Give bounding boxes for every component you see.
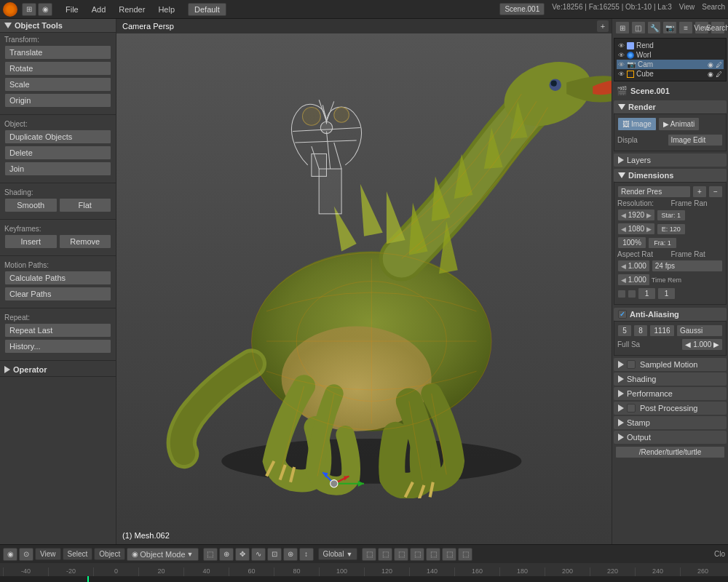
end-frame-field[interactable]: E: 120: [657, 223, 686, 235]
outliner-item-cube[interactable]: 👁 Cube ◉ 🖊: [617, 69, 724, 79]
smooth-btn[interactable]: Smooth: [4, 198, 58, 212]
search-btn[interactable]: Search: [702, 3, 725, 15]
menu-help[interactable]: Help: [152, 4, 181, 15]
display-dropdown[interactable]: Image Edit: [668, 134, 724, 146]
scale-btn[interactable]: Scale: [4, 77, 111, 92]
history-btn[interactable]: History...: [4, 339, 111, 354]
menu-file[interactable]: File: [60, 4, 84, 15]
fra-field[interactable]: Fra: 1: [648, 237, 677, 249]
vp-icon4[interactable]: ∿: [251, 548, 266, 561]
vp-icon7[interactable]: ↕: [299, 548, 314, 561]
shading-rsb-section[interactable]: Shading: [614, 372, 727, 386]
vp-icon1[interactable]: ⬚: [203, 548, 218, 561]
dimensions-header[interactable]: Dimensions: [614, 169, 727, 182]
clear-paths-btn[interactable]: Clear Paths: [4, 287, 111, 301]
checkbox1[interactable]: [617, 290, 626, 298]
frame-val1[interactable]: 1: [638, 287, 656, 300]
render-header[interactable]: Render: [614, 100, 727, 113]
flat-btn[interactable]: Flat: [59, 198, 112, 212]
aa-val2-field[interactable]: 8: [633, 324, 648, 337]
props-icon-btn[interactable]: 🔧: [647, 21, 662, 34]
view-btn[interactable]: View: [679, 3, 695, 15]
mv-icon6[interactable]: ⬚: [442, 548, 456, 561]
aa-val1[interactable]: 5: [617, 324, 632, 337]
layout-selector[interactable]: Default: [188, 3, 226, 16]
mode-selector[interactable]: ◉ Object Mode ▼: [127, 548, 198, 561]
pct-field[interactable]: 100%: [617, 236, 646, 249]
vp-icon2[interactable]: ⊕: [219, 548, 234, 561]
timeline-track[interactable]: [0, 576, 728, 582]
layers-icon: [618, 156, 624, 164]
join-btn[interactable]: Join: [4, 162, 111, 176]
checkbox2[interactable]: [628, 290, 636, 298]
statusbar-icon2[interactable]: ⊙: [19, 548, 33, 561]
outliner-item-world[interactable]: 👁 Worl: [617, 50, 724, 60]
aa-val3-field[interactable]: 1116: [649, 324, 675, 337]
aa-content: 5 8 1116 Gaussi Full Sa ◀ 1.000 ▶: [614, 321, 727, 356]
aa-filter-dropdown[interactable]: Gaussi: [676, 324, 723, 337]
vp-icon3[interactable]: ✥: [235, 548, 250, 561]
scene-selector[interactable]: Scene.001: [499, 3, 545, 15]
vp-icon6[interactable]: ⊛: [283, 548, 298, 561]
view-toggle-btn[interactable]: ⊞: [615, 21, 630, 34]
vp-icon5[interactable]: ⊡: [267, 548, 282, 561]
res-x-field[interactable]: ◀ 1920 ▶: [617, 209, 655, 221]
aa-checkbox[interactable]: [618, 310, 627, 319]
translate-btn[interactable]: Translate: [4, 45, 111, 60]
post-processing-checkbox[interactable]: [627, 404, 636, 412]
image-tab[interactable]: 🖼 Image: [617, 117, 657, 131]
anim-tab[interactable]: ▶ Animati: [658, 117, 700, 131]
output-path-field[interactable]: /Render/turtle/turtle: [615, 446, 725, 458]
remove-btn[interactable]: Remove: [59, 234, 112, 249]
menu-render[interactable]: Render: [113, 4, 151, 15]
mv-icon7[interactable]: ⬚: [458, 548, 472, 561]
more-icon-btn[interactable]: ≡: [678, 21, 693, 34]
aa-header[interactable]: Anti-Aliasing: [614, 308, 727, 321]
mv-icon4[interactable]: ⬚: [410, 548, 424, 561]
frame-val2[interactable]: 1: [657, 287, 676, 300]
origin-btn[interactable]: Origin: [4, 93, 111, 108]
sampled-motion-checkbox[interactable]: [627, 360, 636, 369]
fps-dropdown[interactable]: 24 fps: [652, 260, 723, 272]
mv-icon3[interactable]: ⬚: [394, 548, 408, 561]
post-processing-section[interactable]: Post Processing: [614, 402, 727, 415]
start-frame-field[interactable]: Star: 1: [657, 210, 686, 221]
user-prefs-btn[interactable]: ◉: [38, 3, 52, 16]
menu-add[interactable]: Add: [86, 4, 112, 15]
sampled-motion-section[interactable]: Sampled Motion: [614, 358, 727, 371]
res-y-field[interactable]: ◀ 1080 ▶: [617, 223, 655, 235]
preset-remove-btn[interactable]: −: [708, 186, 723, 198]
mv-icon1[interactable]: ⬚: [362, 548, 376, 561]
view-icon-btn[interactable]: ⊞: [22, 3, 36, 16]
view-statusbar-btn[interactable]: View: [35, 548, 61, 560]
outliner-item-camera[interactable]: 👁 📷 Cam ◉ 🖊: [617, 60, 724, 69]
rotate-btn[interactable]: Rotate: [4, 61, 111, 76]
output-section[interactable]: Output: [614, 431, 727, 444]
duplicate-btn[interactable]: Duplicate Objects: [4, 129, 111, 144]
statusbar-icon1[interactable]: ◉: [3, 548, 17, 561]
calculate-paths-btn[interactable]: Calculate Paths: [4, 271, 111, 285]
preset-dropdown[interactable]: Render Pres: [617, 186, 691, 198]
full-sa-field[interactable]: ◀ 1.000 ▶: [681, 338, 723, 351]
insert-btn[interactable]: Insert: [4, 234, 58, 249]
repeat-last-btn[interactable]: Repeat Last: [4, 323, 111, 338]
viewport[interactable]: Camera Persp +: [116, 19, 612, 544]
delete-btn[interactable]: Delete: [4, 146, 111, 160]
search-rsb-btn[interactable]: Search: [711, 21, 725, 34]
object-statusbar-btn[interactable]: Object: [94, 548, 125, 560]
viewport-corner-btn[interactable]: +: [597, 20, 609, 32]
layers-section[interactable]: Layers: [614, 154, 727, 167]
outliner-item-render[interactable]: 👁 Rend: [617, 41, 724, 50]
aspect-y-field[interactable]: ◀ 1.000: [617, 274, 650, 286]
mv-icon2[interactable]: ⬚: [378, 548, 392, 561]
stamp-section[interactable]: Stamp: [614, 416, 727, 429]
outliner-icon-btn[interactable]: ◫: [631, 21, 646, 34]
performance-section[interactable]: Performance: [614, 387, 727, 400]
aspect-x-field[interactable]: ◀ 1.000: [617, 260, 650, 272]
select-statusbar-btn[interactable]: Select: [63, 548, 93, 560]
mv-icon5[interactable]: ⬚: [426, 548, 440, 561]
render-icon-btn[interactable]: 📷: [662, 21, 677, 34]
ruler-mark-6: 80: [274, 567, 319, 576]
global-dropdown[interactable]: Global ▼: [318, 548, 358, 560]
preset-add-btn[interactable]: +: [692, 186, 707, 198]
